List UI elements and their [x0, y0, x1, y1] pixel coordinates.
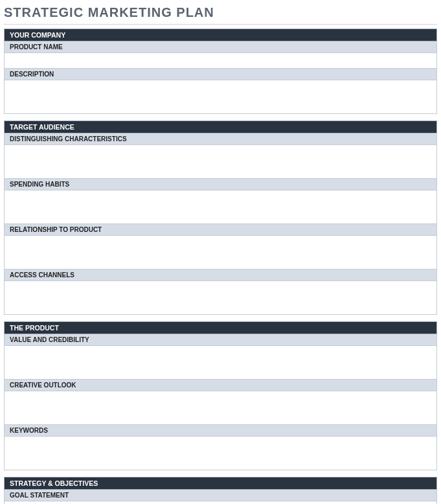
section-header-the-product: THE PRODUCT: [4, 321, 437, 334]
field-label-product-name: PRODUCT NAME: [4, 41, 437, 53]
field-body-value-and-credibility[interactable]: [4, 346, 437, 380]
field-body-product-name[interactable]: [4, 53, 437, 69]
section-header-strategy-objectives: STRATEGY & OBJECTIVES: [4, 477, 437, 490]
field-body-relationship-to-product[interactable]: [4, 236, 437, 269]
field-body-goal-statement[interactable]: [4, 501, 437, 504]
field-label-goal-statement: GOAL STATEMENT: [4, 490, 437, 501]
field-body-keywords[interactable]: [4, 437, 437, 470]
section-header-target-audience: TARGET AUDIENCE: [4, 120, 437, 133]
field-body-spending-habits[interactable]: [4, 190, 437, 224]
field-body-creative-outlook[interactable]: [4, 391, 437, 425]
field-label-value-and-credibility: VALUE AND CREDIBILITY: [4, 334, 437, 346]
field-label-distinguishing-characteristics: DISTINGUISHING CHARACTERISTICS: [4, 133, 437, 145]
page-title: STRATEGIC MARKETING PLAN: [4, 3, 437, 25]
field-label-relationship-to-product: RELATIONSHIP TO PRODUCT: [4, 224, 437, 236]
section-header-your-company: YOUR COMPANY: [4, 29, 437, 41]
field-body-access-channels[interactable]: [4, 281, 437, 315]
field-label-description: DESCRIPTION: [4, 69, 437, 80]
field-label-spending-habits: SPENDING HABITS: [4, 179, 437, 190]
field-label-creative-outlook: CREATIVE OUTLOOK: [4, 380, 437, 391]
field-body-distinguishing-characteristics[interactable]: [4, 145, 437, 179]
field-label-keywords: KEYWORDS: [4, 425, 437, 437]
field-label-access-channels: ACCESS CHANNELS: [4, 269, 437, 281]
field-body-description[interactable]: [4, 80, 437, 114]
